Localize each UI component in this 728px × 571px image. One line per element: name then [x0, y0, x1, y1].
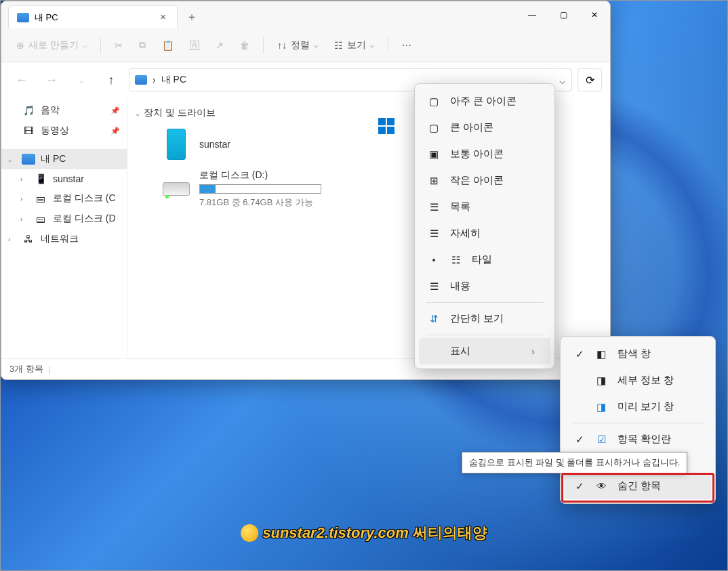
chevron-down-icon[interactable]: ⌵: [136, 110, 140, 117]
checkbox-icon: ☑: [596, 433, 607, 446]
sidebar-item-diskd[interactable]: › 🖴 로컬 디스크 (D: [1, 209, 127, 229]
disk-icon: [163, 182, 190, 196]
new-tab-button[interactable]: ＋: [180, 5, 203, 28]
copy-icon: ⧉: [139, 39, 146, 51]
sidebar-item-music[interactable]: 🎵 음악 📌: [1, 100, 127, 121]
refresh-button[interactable]: ⟳: [578, 68, 602, 91]
scissors-icon: ✂: [115, 40, 123, 51]
disk-icon: 🖴: [34, 213, 47, 224]
copy-button[interactable]: ⧉: [132, 35, 153, 55]
details-icon: ☰: [428, 228, 439, 240]
sort-button[interactable]: ↑↓ 정렬 ⌵: [270, 35, 325, 56]
chevron-down-icon[interactable]: ⌵: [559, 74, 566, 87]
sidebar-item-thispc[interactable]: ⌵ 내 PC: [1, 149, 127, 169]
rename-button[interactable]: 🄰: [183, 36, 206, 55]
maximize-button[interactable]: ▢: [548, 4, 579, 26]
phone-icon: [167, 129, 186, 160]
eye-icon: 👁: [596, 480, 607, 492]
item-label: 로컬 디스크 (D:): [199, 169, 321, 182]
menu-item-details[interactable]: ☰ 자세히: [419, 220, 550, 247]
menu-item-medium-icons[interactable]: ▣ 보통 아이콘: [419, 141, 550, 167]
chevron-right-icon[interactable]: ›: [20, 175, 28, 183]
windows-logo-icon: [378, 118, 395, 134]
menu-item-large-icons[interactable]: ▢ 큰 아이콘: [419, 114, 550, 141]
thispc-icon: [135, 75, 147, 85]
check-icon: ✓: [574, 480, 585, 492]
cut-button[interactable]: ✂: [108, 36, 129, 55]
chevron-down-icon[interactable]: ⌵: [8, 156, 16, 163]
sidebar-item-sunstar[interactable]: › 📱 sunstar: [1, 169, 127, 188]
paste-button[interactable]: 📋: [155, 36, 180, 55]
pin-icon[interactable]: 📌: [110, 127, 120, 135]
trash-icon: 🗑: [240, 40, 249, 51]
back-button[interactable]: ←: [9, 68, 34, 92]
clipboard-icon: 📋: [162, 40, 174, 51]
chevron-right-icon[interactable]: ›: [8, 236, 16, 243]
chevron-right-icon: ›: [531, 345, 541, 357]
watermark: sunstar2.tistory.com 써티의태양: [241, 523, 487, 543]
video-icon: 🎞: [22, 125, 35, 136]
item-label: sunstar: [199, 139, 230, 150]
tiles-icon: ☷: [450, 254, 461, 266]
grid-icon: ⊞: [428, 175, 439, 187]
chevron-right-icon[interactable]: ›: [20, 215, 28, 223]
new-button-label: 새로 만들기: [28, 39, 79, 51]
menu-item-tiles[interactable]: ☷ 타일: [419, 247, 550, 273]
recent-button[interactable]: ⌵: [69, 68, 94, 92]
share-icon: ↗: [216, 40, 224, 51]
delete-button[interactable]: 🗑: [233, 36, 256, 55]
close-tab-icon[interactable]: ✕: [157, 12, 169, 23]
group-label: 장치 및 드라이브: [144, 107, 216, 119]
menu-item-compact[interactable]: ⇵ 간단히 보기: [419, 305, 550, 332]
watermark-url: sunstar2.tistory.com: [262, 524, 409, 542]
new-button[interactable]: ⊕ 새로 만들기 ⌵: [9, 35, 94, 56]
view-button[interactable]: ☷ 보기 ⌵: [327, 35, 381, 56]
network-icon: 🖧: [22, 234, 35, 245]
menu-item-list[interactable]: ☰ 목록: [419, 194, 550, 220]
menu-item-preview-pane[interactable]: ◨ 미리 보기 창: [565, 394, 711, 420]
menu-item-small-icons[interactable]: ⊞ 작은 아이콘: [419, 167, 550, 194]
pin-icon[interactable]: 📌: [110, 106, 120, 115]
list-icon: ☰: [428, 201, 439, 213]
menu-item-item-checkboxes[interactable]: ✓ ☑ 항목 확인란: [565, 426, 711, 452]
crumb-thispc[interactable]: 내 PC: [161, 74, 186, 86]
menu-item-hidden-items[interactable]: ✓ 👁 숨긴 항목: [565, 473, 711, 499]
separator: [263, 37, 264, 54]
up-button[interactable]: ↑: [99, 68, 123, 92]
sidebar-item-diskc[interactable]: › 🖴 로컬 디스크 (C: [1, 188, 127, 209]
compact-icon: ⇵: [428, 313, 439, 325]
close-button[interactable]: ✕: [579, 4, 610, 26]
show-submenu: ✓ ◧ 탐색 창 ◨ 세부 정보 창 ◨ 미리 보기 창 ✓ ☑ 항목 확인란 …: [560, 336, 716, 504]
watermark-title: 써티의태양: [413, 523, 487, 543]
panel-right-icon: ◨: [596, 375, 607, 387]
sidebar: 🎵 음악 📌 🎞 동영상 📌 ⌵ 내 PC › 📱 sunstar: [1, 98, 127, 358]
share-button[interactable]: ↗: [209, 36, 230, 55]
menu-item-nav-pane[interactable]: ✓ ◧ 탐색 창: [565, 341, 711, 367]
check-icon: ✓: [574, 433, 585, 446]
menu-item-details-pane[interactable]: ◨ 세부 정보 창: [565, 367, 711, 394]
menu-item-show[interactable]: 표시 ›: [419, 338, 550, 364]
forward-button[interactable]: →: [39, 68, 64, 92]
sort-label: 정렬: [291, 39, 310, 51]
menu-item-content[interactable]: ☰ 내용: [419, 273, 550, 299]
blank-icon: ▢: [428, 122, 439, 134]
menu-item-extralarge-icons[interactable]: ▢ 아주 큰 아이콘: [419, 88, 550, 114]
separator: [388, 37, 388, 54]
sidebar-item-network[interactable]: › 🖧 네트워크: [1, 229, 127, 249]
menu-separator: [426, 302, 544, 303]
phone-icon: 📱: [34, 173, 47, 184]
capacity-text: 7.81GB 중 6.74GB 사용 가능: [199, 196, 321, 209]
more-icon: ⋯: [402, 40, 411, 51]
more-button[interactable]: ⋯: [395, 36, 418, 55]
content-icon: ☰: [428, 280, 439, 293]
tab-thispc[interactable]: 내 PC ✕: [8, 5, 178, 28]
view-label: 보기: [347, 39, 366, 51]
minimize-button[interactable]: —: [517, 4, 548, 26]
item-local-disk-c[interactable]: [378, 118, 400, 140]
crumb-sep: ›: [153, 75, 156, 85]
sidebar-item-videos[interactable]: 🎞 동영상 📌: [1, 121, 127, 141]
capacity-bar: [199, 184, 321, 194]
plus-circle-icon: ⊕: [16, 40, 24, 51]
titlebar: 내 PC ✕ ＋ — ▢ ✕: [1, 1, 610, 28]
chevron-right-icon[interactable]: ›: [20, 195, 28, 203]
